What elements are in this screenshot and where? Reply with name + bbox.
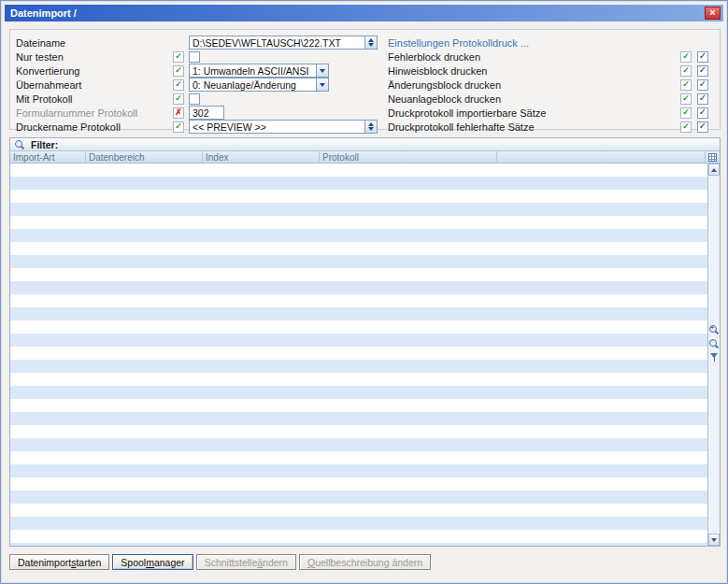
schnittstelle-aendern-button: Schnittstelle ändern [196,554,296,570]
vertical-scrollbar[interactable]: + [707,164,720,546]
import-settings-panel: Dateiname D:\SEDEV\WFLTAUSCH\222.TXT Nur… [9,29,721,130]
scroll-up-button[interactable] [708,164,720,176]
option-row-fehlerhafte-saetze: Druckprotokoll fehlerhafte Sätze [388,120,711,134]
aenderungsblock-checkbox[interactable] [697,79,708,91]
titlebar[interactable]: Datenimport / [5,5,723,21]
down-triangle-icon [368,127,374,131]
dateiname-value[interactable]: D:\SEDEV\WFLTAUSCH\222.TXT [189,36,364,50]
uebernahmeart-label: Übernahmeart [16,79,173,91]
uebernahmeart-value[interactable]: 0: Neuanlage/Änderung [189,78,316,92]
valid-check-icon [173,79,184,91]
column-header-protokoll[interactable]: Protokoll [320,151,497,163]
fehlerhafte-saetze-checkbox[interactable] [697,121,708,133]
button-accesskey: Q [307,557,315,568]
datenimport-starten-button[interactable]: Datenimport starten [9,554,109,570]
field-row-formularnummer: Formularnummer Protokoll [16,106,388,120]
konvertierung-label: Konvertierung [16,65,173,77]
filter-bar: Filter: [10,138,720,151]
search-icon[interactable] [15,140,24,150]
option-row-importierbare-saetze: Druckprotokoll importierbare Sätze [388,106,711,120]
hinweisblock-checkbox[interactable] [697,65,708,77]
filter-funnel-icon[interactable] [710,353,719,363]
field-row-dateiname: Dateiname D:\SEDEV\WFLTAUSCH\222.TXT [16,36,388,50]
down-triangle-icon [320,83,325,87]
button-label-part: tarten [76,557,101,568]
nur-testen-checkbox[interactable] [189,51,200,63]
invalid-x-icon [173,107,184,119]
zoom-icon[interactable] [709,339,719,349]
valid-check-icon [680,93,692,105]
column-options-cell[interactable] [706,151,720,163]
results-grid-panel: Filter: Import-Art Datenbereich Index Pr… [9,137,721,547]
column-header-filler [497,151,706,163]
filter-label: Filter: [31,139,58,150]
hinweisblock-label: Hinweisblock drucken [388,65,680,77]
fehlerblock-checkbox[interactable] [697,51,708,63]
valid-check-icon [173,93,184,105]
valid-check-icon [173,51,184,63]
column-header-datenbereich[interactable]: Datenbereich [86,151,203,163]
spoolmanager-button[interactable]: Spoolmanager [112,554,193,570]
valid-check-icon [680,121,692,133]
fehlerblock-label: Fehlerblock drucken [388,51,680,63]
grid-body-empty-rows[interactable] [10,164,707,546]
updown-arrow-icon[interactable] [364,36,378,50]
zoom-in-icon[interactable]: + [709,325,719,335]
valid-check-icon [680,79,692,91]
konvertierung-select[interactable]: 1: Umwandeln ASCII/ANSI [189,64,329,78]
formularnummer-input[interactable] [189,106,224,120]
valid-check-icon [680,107,692,119]
option-row-aenderungsblock: Änderungsblock drucken [388,78,711,92]
protokolldruck-settings-link[interactable]: Einstellungen Protokolldruck ... [388,36,711,50]
nur-testen-label: Nur testen [16,51,173,63]
button-label-part: ndern [263,557,288,568]
column-header-import-art[interactable]: Import-Art [10,151,86,163]
neuanlageblock-checkbox[interactable] [697,93,708,105]
option-row-neuanlageblock: Neuanlageblock drucken [388,92,711,106]
konvertierung-value[interactable]: 1: Umwandeln ASCII/ANSI [189,64,316,78]
button-label-part: uellbeschreibung ändern [315,557,422,568]
field-row-nur-testen: Nur testen [16,50,388,64]
aenderungsblock-label: Änderungsblock drucken [388,79,680,91]
down-triangle-icon [320,69,325,73]
button-label-part: Schnittstelle [205,557,258,568]
button-label-part: anager [154,557,185,568]
down-triangle-icon [368,43,374,47]
uebernahmeart-select[interactable]: 0: Neuanlage/Änderung [189,78,329,92]
form-right-column: Einstellungen Protokolldruck ... Fehlerb… [388,36,712,129]
dropdown-arrow-icon[interactable] [316,78,329,92]
grid-header-row: Import-Art Datenbereich Index Protokoll [10,151,720,164]
dateiname-combo[interactable]: D:\SEDEV\WFLTAUSCH\222.TXT [189,36,378,50]
druckername-combo[interactable]: << PREVIEW >> [189,120,378,134]
close-icon[interactable] [705,7,721,20]
window-title: Datenimport / [10,7,705,19]
field-row-druckername: Druckername Protokoll << PREVIEW >> [16,120,388,134]
button-label-part: Spool [121,557,146,568]
druckername-value[interactable]: << PREVIEW >> [189,120,364,134]
dropdown-arrow-icon[interactable] [316,64,329,78]
valid-check-icon [680,65,692,77]
scroll-down-button[interactable] [708,534,720,546]
grid-columns-icon[interactable] [708,153,717,162]
importierbare-saetze-checkbox[interactable] [697,107,708,119]
fehlerhafte-saetze-label: Druckprotokoll fehlerhafte Sätze [388,121,680,133]
up-triangle-icon [368,122,374,126]
updown-arrow-icon[interactable] [364,120,378,134]
scrollbar-tool-icons: + [709,325,719,363]
option-row-hinweisblock: Hinweisblock drucken [388,64,711,78]
mit-protokoll-checkbox[interactable] [189,93,200,105]
quellbeschreibung-aendern-button: Quellbeschreibung ändern [299,554,431,570]
bottom-button-bar: Datenimport starten Spoolmanager Schnitt… [9,554,431,570]
scroll-down-icon [711,538,717,542]
form-left-column: Dateiname D:\SEDEV\WFLTAUSCH\222.TXT Nur… [16,36,388,129]
plus-glyph: + [710,324,714,332]
neuanlageblock-label: Neuanlageblock drucken [388,93,680,105]
scroll-up-icon [711,168,717,172]
importierbare-saetze-label: Druckprotokoll importierbare Sätze [388,107,680,119]
dateiname-label: Dateiname [16,37,173,49]
druckername-label: Druckername Protokoll [16,121,173,133]
formularnummer-label: Formularnummer Protokoll [16,107,173,119]
column-header-index[interactable]: Index [203,151,320,163]
up-triangle-icon [368,38,374,42]
option-row-fehlerblock: Fehlerblock drucken [388,50,711,64]
